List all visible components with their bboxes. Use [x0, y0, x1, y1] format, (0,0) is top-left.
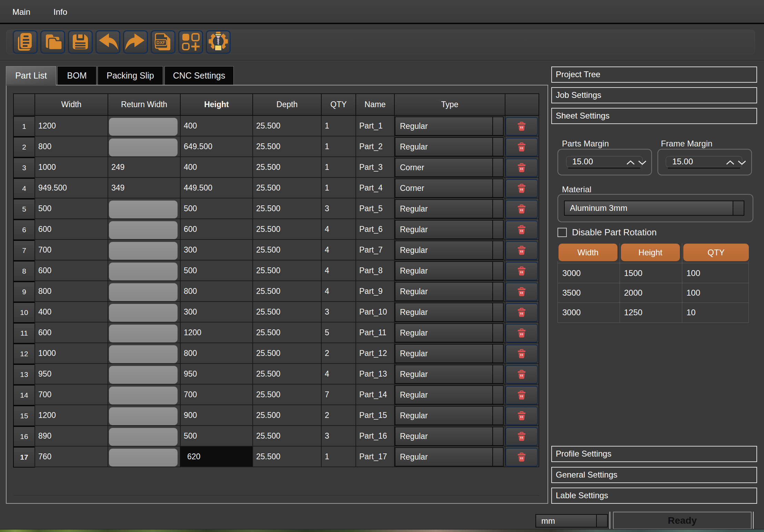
- svg-text:DXF: DXF: [157, 40, 165, 45]
